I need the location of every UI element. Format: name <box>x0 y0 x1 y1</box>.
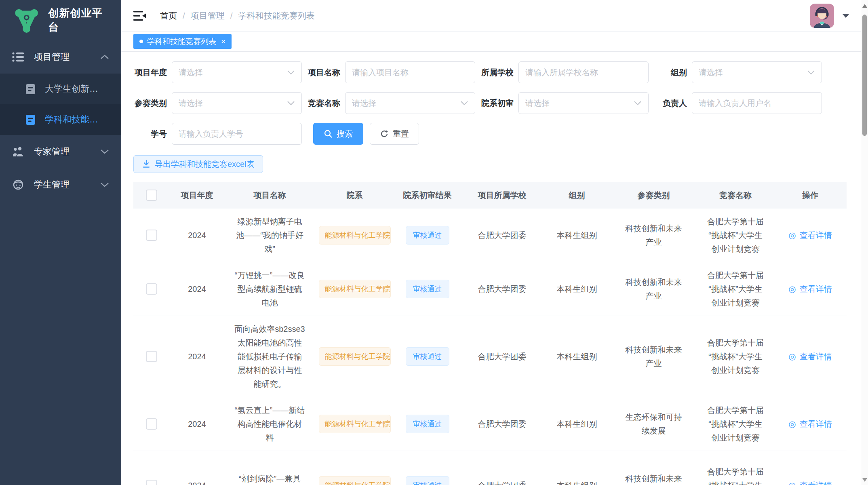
cell-category: 科技创新和未来产业 <box>624 343 684 370</box>
view-details-label: 查看详情 <box>800 350 832 363</box>
sidebar: 创新创业平台 项目管理 大学生创新… <box>0 0 121 485</box>
filter-competition-name: 竞赛名称 请选择 <box>307 92 475 114</box>
cell-group: 本科生组别 <box>544 276 610 302</box>
reset-button[interactable]: 重置 <box>370 123 419 145</box>
breadcrumb-home[interactable]: 首页 <box>160 10 177 21</box>
row-checkbox[interactable] <box>146 480 157 485</box>
chevron-down-icon <box>100 149 109 154</box>
tab-close-icon[interactable]: × <box>221 38 225 45</box>
people-icon <box>12 146 24 157</box>
select-placeholder: 请选择 <box>352 98 460 109</box>
cell-competition: 合肥大学第十届“挑战杯”大学生创业计划竞赛 <box>706 465 765 485</box>
view-details-link[interactable]: ◎查看详情 <box>788 350 832 363</box>
refresh-icon <box>380 129 389 138</box>
view-details-link[interactable]: ◎查看详情 <box>788 479 832 485</box>
page-scrollbar[interactable] <box>861 0 868 485</box>
page: 创新创业平台 项目管理 大学生创新… <box>0 0 868 485</box>
content: 项目年度 请选择 项目名称 所属学校 组别 请选 <box>121 52 868 485</box>
col-header-group: 组别 <box>544 188 610 202</box>
project-year-select[interactable]: 请选择 <box>172 61 302 83</box>
export-excel-button[interactable]: 导出学科和技能竞赛excel表 <box>133 155 263 173</box>
row-checkbox[interactable] <box>146 283 157 295</box>
scrollbar-down-arrow-icon[interactable] <box>862 478 867 482</box>
row-checkbox[interactable] <box>146 418 157 430</box>
group-select[interactable]: 请选择 <box>692 61 822 83</box>
filter-label: 院系初审 <box>480 98 518 109</box>
breadcrumb: 首页 / 项目管理 / 学科和技能竞赛列表 <box>160 10 315 21</box>
table-row: 2024 面向高效率sb2sse3太阳能电池的高性能低损耗电子传输层材料的设计与… <box>133 316 847 397</box>
filter-label: 项目年度 <box>133 67 172 78</box>
document-icon <box>25 114 36 125</box>
cell-year: 2024 <box>170 222 224 248</box>
chevron-down-icon <box>287 70 295 75</box>
list-icon <box>12 52 24 62</box>
dept-tag: 能源材料与化工学院 <box>319 347 391 366</box>
chevron-down-icon <box>460 101 468 105</box>
app-logo-row: 创新创业平台 <box>0 0 121 40</box>
main-area: 首页 / 项目管理 / 学科和技能竞赛列表 <box>121 0 868 485</box>
eye-icon: ◎ <box>788 228 796 242</box>
dept-tag: 能源材料与化工学院 <box>319 415 391 433</box>
view-details-link[interactable]: ◎查看详情 <box>788 282 832 296</box>
cell-year: 2024 <box>170 344 224 369</box>
dept-review-select[interactable]: 请选择 <box>518 92 649 114</box>
view-details-label: 查看详情 <box>800 282 832 296</box>
scrollbar-thumb[interactable] <box>862 15 867 136</box>
student-id-input[interactable] <box>172 123 302 145</box>
review-status-tag: 审核通过 <box>406 347 449 366</box>
eye-icon: ◎ <box>788 350 796 363</box>
dept-tag: 能源材料与化工学院 <box>319 280 391 298</box>
cell-year: 2024 <box>170 411 224 437</box>
sidebar-item-label: 学生管理 <box>34 179 100 191</box>
user-menu-caret-icon[interactable] <box>842 14 849 18</box>
cell-category: 科技创新和未来产业 <box>624 221 684 249</box>
eye-icon: ◎ <box>788 282 796 296</box>
sidebar-item-project-mgmt[interactable]: 项目管理 <box>0 40 121 74</box>
breadcrumb-current: 学科和技能竞赛列表 <box>238 10 315 21</box>
competition-name-select[interactable]: 请选择 <box>345 92 475 114</box>
eye-icon: ◎ <box>788 479 796 485</box>
filter-project-name: 项目名称 <box>307 61 475 83</box>
cell-group: 本科生组别 <box>544 222 610 248</box>
cell-project-name: “氢云直上”——新结构高性能电催化材料 <box>234 403 305 445</box>
table-row: 2024 “剂到病除”—兼具pH响应和光热治 能源材料与化工学院 审核通过 合肥… <box>133 451 847 485</box>
row-checkbox[interactable] <box>146 351 157 362</box>
tab-skill-competition-list[interactable]: 学科和技能竞赛列表 × <box>133 34 232 49</box>
filter-label: 参赛类别 <box>133 98 172 109</box>
col-header-competition: 竞赛名称 <box>697 188 774 202</box>
view-details-link[interactable]: ◎查看详情 <box>788 417 832 431</box>
topbar: 首页 / 项目管理 / 学科和技能竞赛列表 <box>121 0 868 32</box>
sidebar-item-label: 大学生创新… <box>45 83 98 95</box>
sidebar-item-expert-mgmt[interactable]: 专家管理 <box>0 135 121 168</box>
filter-row-3: 学号 搜索 重置 <box>133 123 868 145</box>
cell-group: 本科生组别 <box>544 344 610 369</box>
sidebar-fold-icon[interactable] <box>133 10 146 21</box>
project-name-input[interactable] <box>345 61 475 83</box>
col-header-review: 院系初审结果 <box>394 188 461 202</box>
filter-entry-category: 参赛类别 请选择 <box>133 92 302 114</box>
row-checkbox[interactable] <box>146 230 157 241</box>
sidebar-item-undergrad-innovation[interactable]: 大学生创新… <box>0 74 121 104</box>
sidebar-item-label: 项目管理 <box>34 51 100 63</box>
chevron-down-icon <box>807 70 815 75</box>
scrollbar-up-arrow-icon[interactable] <box>862 4 867 8</box>
leader-input[interactable] <box>692 92 822 114</box>
school-input[interactable] <box>518 61 649 83</box>
topbar-right <box>810 4 849 28</box>
cell-school: 合肥大学团委 <box>461 472 544 485</box>
breadcrumb-separator: / <box>183 11 185 21</box>
breadcrumb-project-mgmt[interactable]: 项目管理 <box>191 10 225 21</box>
chevron-down-icon <box>100 182 109 188</box>
select-all-checkbox[interactable] <box>146 190 157 201</box>
sidebar-item-student-mgmt[interactable]: 学生管理 <box>0 168 121 201</box>
entry-category-select[interactable]: 请选择 <box>172 92 302 114</box>
view-details-link[interactable]: ◎查看详情 <box>788 228 832 242</box>
dept-tag: 能源材料与化工学院 <box>319 226 391 245</box>
export-button-label: 导出学科和技能竞赛excel表 <box>155 159 255 170</box>
user-avatar[interactable] <box>810 4 834 28</box>
sidebar-item-skill-competition[interactable]: 学科和技能… <box>0 104 121 135</box>
cell-group: 本科生组别 <box>544 472 610 485</box>
search-button[interactable]: 搜索 <box>313 123 363 145</box>
sidebar-submenu: 大学生创新… 学科和技能… <box>0 74 121 135</box>
chevron-down-icon <box>287 101 295 105</box>
